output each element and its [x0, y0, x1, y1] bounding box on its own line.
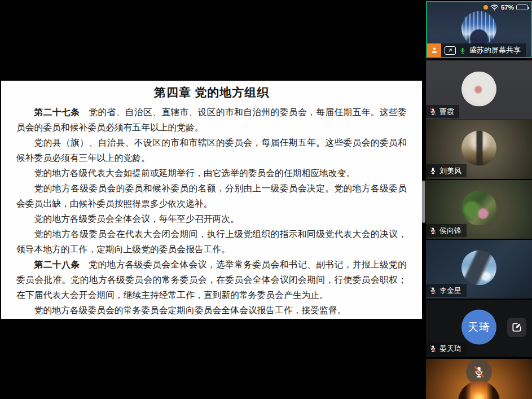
- participant-label-bar: 曹霞: [426, 105, 459, 118]
- participant-tile-bottom-partial[interactable]: [426, 359, 532, 399]
- participant-name: 李金星: [439, 286, 461, 296]
- document-scrollbar-thumb[interactable]: [422, 181, 425, 223]
- device-status-bar: 57%: [483, 4, 528, 11]
- participant-tile-liumeifeng[interactable]: 刘美风: [426, 120, 532, 179]
- document-title: 第四章 党的地方组织: [16, 85, 407, 100]
- participant-tile-caoxia[interactable]: 曹霞: [426, 60, 532, 120]
- participants-sidebar: 57% 盛苏的屏幕共享: [426, 0, 532, 399]
- participant-label-bar: 晏天琦: [426, 342, 467, 355]
- mic-muted-icon: [429, 226, 437, 235]
- mic-on-icon: [429, 166, 437, 175]
- mic-muted-icon: [429, 286, 437, 295]
- participant-name: 曹霞: [439, 107, 454, 117]
- participant-tile-lijinxing[interactable]: 李金星: [426, 240, 532, 299]
- document-paragraph: 党的地方各级委员会在代表大会闭会期间，执行上级党组织的指示和同级党代表大会的决议…: [16, 226, 407, 257]
- annotation-pen-button[interactable]: [507, 317, 526, 336]
- document-paragraph: 第二十七条 党的省、自治区、直辖市、设区的市和自治州的委员会，每届任期五年。这些…: [16, 104, 407, 135]
- screen-share-icon: [445, 46, 456, 55]
- participant-label-bar: 李金星: [426, 284, 467, 297]
- participant-label-bar: 刘美风: [426, 164, 467, 177]
- participant-tile-houxiangfeng[interactable]: 侯向锋: [426, 180, 532, 239]
- avatar: [461, 11, 496, 46]
- avatar: [458, 381, 500, 399]
- host-badge-icon: [427, 43, 441, 57]
- document-paragraph: 党的地方各级委员会全体会议，每年至少召开两次。: [16, 211, 407, 226]
- document-paragraph: 党的地方各级委员会的常务委员会定期向委员会全体会议报告工作，接受监督。: [16, 302, 407, 318]
- avatar-initials: 天琦: [461, 309, 496, 344]
- participant-name: 盛苏的屏幕共享: [469, 45, 521, 55]
- recording-dot-icon: [483, 5, 488, 10]
- avatar: [461, 251, 496, 286]
- meeting-window: 第四章 党的地方组织 第二十七条 党的省、自治区、直辖市、设区的市和自治州的委员…: [0, 0, 532, 399]
- avatar: [461, 71, 496, 106]
- participant-tile-shengsu-screenshare[interactable]: 57% 盛苏的屏幕共享: [426, 1, 532, 58]
- participant-name: 侯向锋: [439, 226, 461, 236]
- document-paragraph: 党的县（旗）、自治县、不设区的市和市辖区的委员会，每届任期五年。这些委员会的委员…: [16, 135, 407, 165]
- participant-label-bar: 盛苏的屏幕共享: [427, 43, 526, 57]
- avatar: [461, 131, 496, 166]
- participant-tile-yantianqi[interactable]: 天琦 晏天琦: [426, 300, 532, 357]
- battery-percent-label: 57%: [501, 4, 514, 11]
- mic-on-icon: [459, 46, 466, 55]
- battery-icon: [516, 5, 528, 10]
- shared-document: 第四章 党的地方组织 第二十七条 党的省、自治区、直辖市、设区的市和自治州的委员…: [1, 81, 422, 319]
- document-paragraph: 党的地方各级代表大会如提前或延期举行，由它选举的委员会的任期相应地改变。: [16, 165, 407, 181]
- mic-muted-icon: [429, 107, 437, 116]
- participant-name: 刘美风: [439, 166, 461, 176]
- mic-muted-icon: [429, 344, 437, 353]
- document-paragraph: 党的地方各级委员会的委员和候补委员的名额，分别由上一级委员会决定。党的地方各级委…: [16, 181, 407, 211]
- document-paragraph: 第二十八条 党的地方各级委员会全体会议，选举常务委员会和书记、副书记，并报上级党…: [16, 257, 407, 302]
- avatar-text: 天琦: [468, 319, 490, 334]
- pen-icon: [511, 321, 522, 332]
- wifi-icon: [490, 4, 499, 11]
- participant-label-bar: 侯向锋: [426, 224, 467, 237]
- avatar: [461, 191, 496, 226]
- participant-name: 晏天琦: [439, 344, 461, 354]
